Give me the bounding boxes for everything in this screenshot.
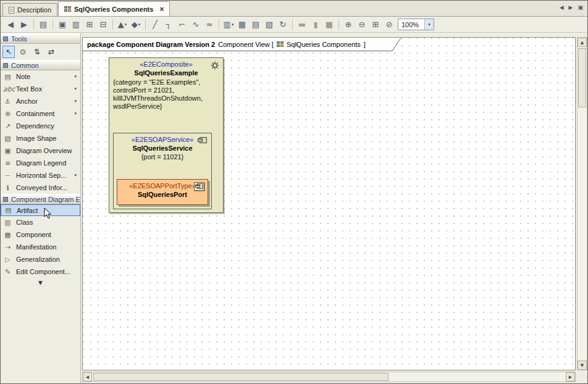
palette-item-label: Note bbox=[16, 73, 30, 80]
palette-item-text-box[interactable]: abc Text Box ▾ bbox=[1, 83, 80, 95]
paste-button[interactable]: ▥ bbox=[70, 19, 82, 31]
palette-item-label: Diagram Legend bbox=[16, 159, 66, 167]
tab-label: SqlQueries Components bbox=[74, 6, 153, 13]
palette-item-horizontal-separator[interactable]: ┄ Horizontal Sep... ▾ bbox=[1, 169, 80, 182]
palette-item-edit-component[interactable]: ✎ Edit Component... bbox=[1, 265, 80, 278]
same-width-button[interactable]: ▮ bbox=[309, 19, 322, 31]
edit-component-icon: ✎ bbox=[3, 268, 12, 276]
layers-icon: ▧ bbox=[266, 20, 273, 29]
refresh-button[interactable]: ↻ bbox=[277, 19, 289, 31]
fit-in-window-button[interactable]: ⊞ bbox=[369, 19, 382, 31]
composite-gear-icon bbox=[211, 61, 219, 70]
palette-more-button[interactable]: ▼ bbox=[1, 278, 80, 286]
shape-style-button[interactable]: ◆▾ bbox=[130, 19, 142, 31]
zoom-in-button[interactable]: ⊕ bbox=[342, 19, 355, 31]
uml-component-sqlqueriesservice[interactable]: «E2ESOAPService» SqlQueriesService {port… bbox=[113, 133, 212, 209]
chevron-down-icon[interactable]: ▾ bbox=[74, 86, 78, 91]
chevron-down-icon[interactable]: ▾ bbox=[74, 74, 78, 79]
palette-item-label: Manifestation bbox=[16, 243, 56, 251]
distribute-horizontally-button[interactable]: ⇄ bbox=[45, 46, 57, 58]
palette-item-diagram-legend[interactable]: ≡ Diagram Legend bbox=[1, 157, 80, 169]
swimlane-button[interactable]: ▥▾ bbox=[222, 19, 235, 31]
forward-icon: ▶ bbox=[21, 20, 27, 29]
scroll-up-icon[interactable]: ▲ bbox=[578, 38, 587, 47]
scroll-down-icon[interactable]: ▼ bbox=[578, 361, 587, 370]
vertical-scrollbar[interactable]: ▲ ▼ bbox=[577, 37, 587, 370]
close-tab-icon[interactable]: × bbox=[159, 6, 164, 12]
toolbar-separator bbox=[112, 19, 113, 30]
palette-item-label: Horizontal Sep... bbox=[16, 172, 66, 179]
group-button[interactable]: ⊞ bbox=[83, 19, 96, 31]
palette-item-component[interactable]: ▦ Component bbox=[1, 228, 80, 241]
class-icon: ▥ bbox=[3, 219, 12, 227]
paste-icon: ▥ bbox=[72, 20, 80, 29]
diagonal-line-button[interactable]: ╱ bbox=[149, 19, 161, 31]
chevron-down-icon[interactable]: ▾ bbox=[74, 99, 78, 104]
diagram-legend-icon: ≡ bbox=[3, 159, 12, 167]
copy-button[interactable]: ▣ bbox=[56, 19, 69, 31]
palette-item-image-shape[interactable]: ▧ Image Shape bbox=[1, 132, 80, 144]
diagram-toolbar: ◀ ▶ ▤ ▣ ▥ ⊞ ⊟ ▲▾ ◆▾ ╱ ┐ ⌐ ∿ ≈ ▥▾ ▦ ▤ ▧ ↻… bbox=[1, 17, 587, 33]
palette-item-diagram-overview[interactable]: ▣ Diagram Overview bbox=[1, 144, 80, 157]
same-height-button[interactable]: ▬ bbox=[296, 19, 308, 31]
vertical-scroll-thumb[interactable] bbox=[578, 48, 586, 107]
distribute-vertically-button[interactable]: ⇅ bbox=[31, 46, 43, 58]
oblique-line-button[interactable]: ⌐ bbox=[176, 19, 188, 31]
section-tools[interactable]: Tools bbox=[1, 33, 80, 44]
curved-line-button[interactable]: ∿ bbox=[190, 19, 202, 31]
selection-tool-button[interactable]: ↖ bbox=[2, 46, 15, 58]
browse-diagram-button[interactable]: ▤ bbox=[37, 19, 49, 31]
palette-item-containment[interactable]: ⊕ Containment ▾ bbox=[1, 107, 80, 120]
next-diagram-icon[interactable]: ▶ bbox=[568, 4, 574, 11]
scroll-left-icon[interactable]: ◀ bbox=[83, 372, 92, 382]
component-name: SqlQueriesService bbox=[114, 143, 211, 152]
back-button[interactable]: ◀ bbox=[4, 19, 17, 31]
conveyed-information-icon: ℹ bbox=[3, 184, 12, 192]
horizontal-scrollbar[interactable]: ◀ ▶ bbox=[82, 372, 576, 382]
palette-item-class[interactable]: ▥ Class bbox=[1, 216, 80, 228]
same-size-button[interactable]: ■ bbox=[323, 19, 335, 31]
forward-button[interactable]: ▶ bbox=[18, 19, 30, 31]
zoom-select[interactable]: 100% ▾ bbox=[398, 19, 434, 30]
palette-item-conveyed-information[interactable]: ℹ Conveyed Infor... bbox=[1, 182, 80, 194]
horizontal-scroll-thumb[interactable] bbox=[93, 373, 388, 381]
palette-item-manifestation[interactable]: ⇢ Manifestation bbox=[1, 241, 80, 253]
magnifier-tool-button[interactable]: ⊙ bbox=[17, 46, 29, 58]
section-component-diagram-elements[interactable]: Component Diagram El... bbox=[1, 194, 80, 204]
chevron-down-icon[interactable]: ▾ bbox=[424, 19, 434, 30]
diagram-list-icon[interactable]: ▣ bbox=[576, 4, 584, 11]
magnifier-tool-icon: ⊙ bbox=[20, 48, 26, 56]
palette-item-dependency[interactable]: ↗ Dependency bbox=[1, 120, 80, 132]
uml-port-sqlqueriesport[interactable]: «E2ESOAPPortType» SqlQueriesPort bbox=[117, 179, 208, 205]
chevron-down-icon[interactable]: ▾ bbox=[74, 173, 78, 178]
manifestation-icon: ⇢ bbox=[3, 243, 12, 251]
show-grid-button[interactable]: ▦ bbox=[236, 19, 248, 31]
palette-item-label: Edit Component... bbox=[16, 268, 70, 275]
uml-component-sqlqueriesexample[interactable]: «E2EComposite» SqlQueriesExample {catego… bbox=[109, 57, 224, 213]
section-common[interactable]: Common bbox=[1, 60, 80, 70]
palette-item-generalization[interactable]: ▷ Generalization bbox=[1, 253, 80, 265]
ungroup-button[interactable]: ⊟ bbox=[97, 19, 109, 31]
zoom-region-button[interactable]: ⊘ bbox=[383, 19, 395, 31]
scroll-right-icon[interactable]: ▶ bbox=[566, 372, 575, 382]
align-shapes-icon: ▲ bbox=[118, 20, 124, 29]
toolbar-separator bbox=[33, 19, 34, 30]
stereotype-label: «E2ESOAPService» bbox=[114, 133, 211, 143]
palette-item-artifact[interactable]: ▤ Artifact bbox=[1, 204, 80, 216]
tab-description[interactable]: Description bbox=[2, 3, 57, 16]
palette-item-note[interactable]: ▤ Note ▾ bbox=[1, 70, 80, 83]
chevron-down-icon[interactable]: ▾ bbox=[74, 111, 78, 116]
palette-item-anchor[interactable]: ⚓ Anchor ▾ bbox=[1, 95, 80, 107]
diagram-canvas[interactable]: package Component Diagram Version 2 Comp… bbox=[82, 37, 576, 370]
align-shapes-button[interactable]: ▲▾ bbox=[116, 19, 128, 31]
anchor-icon: ⚓ bbox=[3, 98, 12, 106]
layers-button[interactable]: ▧ bbox=[263, 19, 275, 31]
component-icon bbox=[197, 183, 203, 189]
layout-button[interactable]: ▤ bbox=[250, 19, 262, 31]
zoom-out-button[interactable]: ⊖ bbox=[356, 19, 368, 31]
rectilinear-line-button[interactable]: ┐ bbox=[162, 19, 175, 31]
spline-line-button[interactable]: ≈ bbox=[203, 19, 216, 31]
tab-sqlqueries-components[interactable]: SqlQueries Components × bbox=[58, 1, 170, 16]
same-width-icon: ▮ bbox=[313, 20, 317, 29]
previous-diagram-icon[interactable]: ◀ bbox=[558, 4, 565, 11]
